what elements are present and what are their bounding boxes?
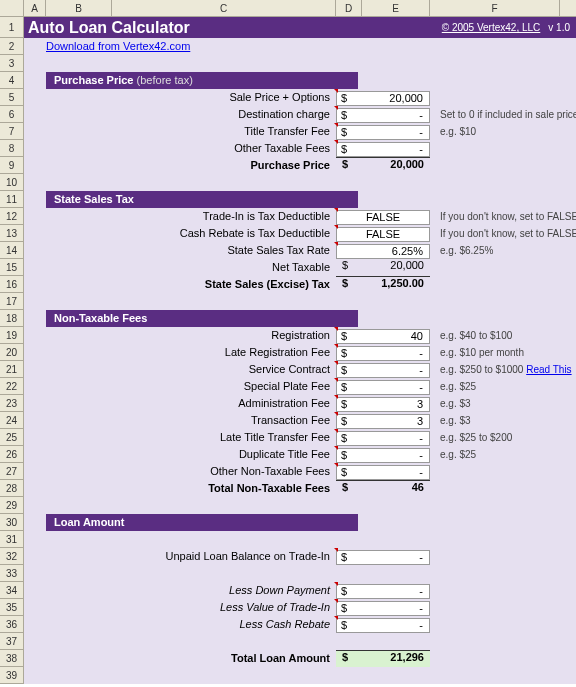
row-header[interactable]: 22 (0, 378, 24, 395)
nontax-total-value: $46 (336, 480, 430, 497)
spreadsheet: A B C D E F 1 Auto Loan Calculator © 200… (0, 0, 576, 684)
tradein-deductible-input[interactable]: FALSE (336, 210, 430, 225)
col-header[interactable]: E (362, 0, 430, 16)
tradein-value-input[interactable]: $- (336, 601, 430, 616)
other-nontax-input[interactable]: $- (336, 465, 430, 480)
row-header[interactable]: 2 (0, 38, 24, 55)
row-header[interactable]: 27 (0, 463, 24, 480)
hint-text: e.g. $25 (430, 446, 476, 463)
hint-text: e.g. $25 to $200 (430, 429, 512, 446)
col-header[interactable]: B (46, 0, 112, 16)
row-header[interactable]: 4 (0, 72, 24, 89)
field-label: Trade-In is Tax Deductible (112, 208, 336, 225)
row-header[interactable]: 29 (0, 497, 24, 514)
row-header[interactable]: 33 (0, 565, 24, 582)
row-header[interactable]: 8 (0, 140, 24, 157)
row-header[interactable]: 20 (0, 344, 24, 361)
cash-rebate-input[interactable]: $- (336, 618, 430, 633)
row-header[interactable]: 37 (0, 633, 24, 650)
field-label: Cash Rebate is Tax Deductible (112, 225, 336, 242)
row-header[interactable]: 1 (0, 17, 24, 38)
row-header[interactable]: 28 (0, 480, 24, 497)
field-label: Sale Price + Options (112, 89, 336, 106)
administration-fee-input[interactable]: $3 (336, 397, 430, 412)
row-header[interactable]: 38 (0, 650, 24, 667)
row-header[interactable]: 19 (0, 327, 24, 344)
row-header[interactable]: 39 (0, 667, 24, 684)
title-transfer-fee-input[interactable]: $- (336, 125, 430, 140)
sales-tax-total-value: $1,250.00 (336, 276, 430, 293)
section-header-salestax: State Sales Tax (46, 191, 358, 208)
hint-text: e.g. $3 (430, 395, 471, 412)
row-header[interactable]: 16 (0, 276, 24, 293)
field-label: Destination charge (112, 106, 336, 123)
version-label: v 1.0 (542, 22, 576, 33)
field-label: Late Registration Fee (112, 344, 336, 361)
special-plate-input[interactable]: $- (336, 380, 430, 395)
late-registration-input[interactable]: $- (336, 346, 430, 361)
row-header[interactable]: 3 (0, 55, 24, 72)
net-taxable-label: Net Taxable (112, 259, 336, 276)
row-header[interactable]: 15 (0, 259, 24, 276)
total-loan-value: $21,296 (336, 650, 430, 667)
sales-tax-rate-input[interactable]: 6.25% (336, 244, 430, 259)
field-label: Unpaid Loan Balance on Trade-In (112, 548, 336, 565)
row-header[interactable]: 17 (0, 293, 24, 310)
title-bar: Auto Loan Calculator © 2005 Vertex42, LL… (24, 17, 576, 38)
row-header[interactable]: 13 (0, 225, 24, 242)
other-taxable-fees-input[interactable]: $- (336, 142, 430, 157)
late-title-transfer-input[interactable]: $- (336, 431, 430, 446)
row-header[interactable]: 30 (0, 514, 24, 531)
hint-text (430, 89, 440, 106)
row-header[interactable]: 6 (0, 106, 24, 123)
field-label: Transaction Fee (112, 412, 336, 429)
hint-text: e.g. $10 (430, 123, 476, 140)
rebate-deductible-input[interactable]: FALSE (336, 227, 430, 242)
registration-input[interactable]: $40 (336, 329, 430, 344)
row-header[interactable]: 24 (0, 412, 24, 429)
service-contract-input[interactable]: $- (336, 363, 430, 378)
row-header[interactable]: 25 (0, 429, 24, 446)
purchase-total-value: $20,000 (336, 157, 430, 174)
row-header[interactable]: 36 (0, 616, 24, 633)
row-header[interactable]: 5 (0, 89, 24, 106)
field-label: Duplicate Title Fee (112, 446, 336, 463)
field-label: Less Value of Trade-In (112, 599, 336, 616)
field-label: Title Transfer Fee (112, 123, 336, 140)
col-header[interactable]: C (112, 0, 336, 16)
nontax-total-label: Total Non-Taxable Fees (112, 480, 336, 497)
field-label: Late Title Transfer Fee (112, 429, 336, 446)
transaction-fee-input[interactable]: $3 (336, 414, 430, 429)
sale-price-input[interactable]: $20,000 (336, 91, 430, 106)
row-header[interactable]: 26 (0, 446, 24, 463)
down-payment-input[interactable]: $- (336, 584, 430, 599)
row-header[interactable]: 12 (0, 208, 24, 225)
field-label: Registration (112, 327, 336, 344)
row-header[interactable]: 23 (0, 395, 24, 412)
row-header[interactable]: 10 (0, 174, 24, 191)
row-header[interactable]: 11 (0, 191, 24, 208)
duplicate-title-input[interactable]: $- (336, 448, 430, 463)
col-header[interactable]: D (336, 0, 362, 16)
row-header[interactable]: 14 (0, 242, 24, 259)
row-header[interactable]: 34 (0, 582, 24, 599)
col-header[interactable]: F (430, 0, 560, 16)
section-header-purchase: Purchase Price (before tax) (46, 72, 358, 89)
row-header[interactable]: 31 (0, 531, 24, 548)
row-header[interactable]: 21 (0, 361, 24, 378)
row-header[interactable]: 32 (0, 548, 24, 565)
row-header[interactable]: 35 (0, 599, 24, 616)
download-link[interactable]: Download from Vertex42.com (46, 40, 190, 52)
net-taxable-value: $20,000 (336, 259, 430, 276)
unpaid-balance-input[interactable]: $- (336, 550, 430, 565)
row-header[interactable]: 7 (0, 123, 24, 140)
read-this-link[interactable]: Read This (526, 364, 571, 375)
field-label: Other Taxable Fees (112, 140, 336, 157)
col-header[interactable]: A (24, 0, 46, 16)
field-label: Administration Fee (112, 395, 336, 412)
page-title: Auto Loan Calculator (28, 19, 442, 37)
row-header[interactable]: 9 (0, 157, 24, 174)
hint-text: e.g. $3 (430, 412, 471, 429)
destination-charge-input[interactable]: $- (336, 108, 430, 123)
row-header[interactable]: 18 (0, 310, 24, 327)
